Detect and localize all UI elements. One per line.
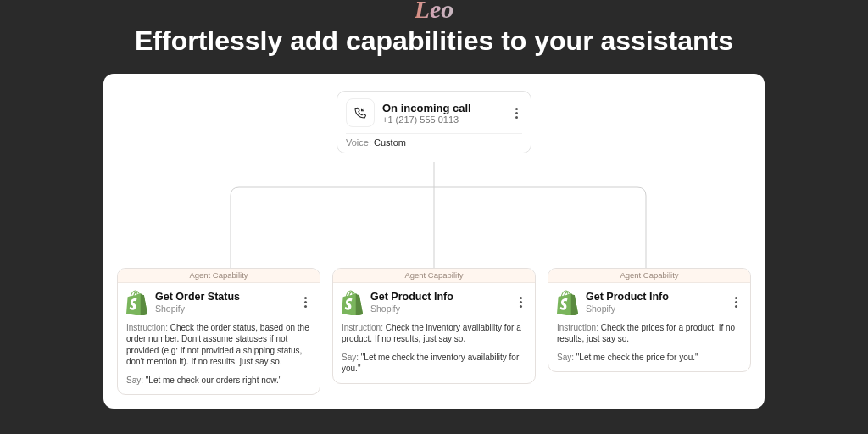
capability-badge: Agent Capability (548, 269, 750, 283)
flow-connectors (197, 162, 671, 272)
capability-card[interactable]: Agent Capability Get Product InfoShopify… (548, 268, 751, 373)
capability-title: Get Product Info (586, 291, 723, 303)
capability-instruction: Instruction: Check the prices for a prod… (557, 322, 742, 345)
shopify-icon (557, 290, 579, 315)
voice-value: Custom (374, 137, 406, 147)
page-headline: Effortlessly add capabilities to your as… (135, 25, 733, 57)
trigger-phone: +1 (217) 555 0113 (382, 114, 471, 125)
capability-provider: Shopify (586, 303, 723, 314)
capability-card[interactable]: Agent Capability Get Product InfoShopify… (332, 268, 536, 384)
capability-say: Say: "Let me check our orders right now.… (126, 375, 311, 387)
shopify-icon (126, 290, 148, 315)
capability-instruction: Instruction: Check the inventory availab… (342, 322, 526, 345)
capability-say: Say: "Let me check the price for you." (557, 352, 742, 364)
trigger-card[interactable]: On incoming call +1 (217) 555 0113 Voice… (337, 91, 531, 153)
trigger-voice-row: Voice: Custom (346, 133, 522, 147)
capability-card[interactable]: Agent Capability Get Order StatusShopify… (117, 268, 320, 396)
brand-logo: Leo (415, 0, 454, 24)
capability-badge: Agent Capability (333, 269, 535, 283)
incoming-call-icon (346, 98, 375, 127)
capability-title: Get Product Info (370, 291, 508, 303)
voice-label: Voice: (346, 137, 371, 147)
capability-provider: Shopify (370, 303, 508, 314)
trigger-more-icon[interactable] (510, 108, 522, 119)
capability-more-icon[interactable] (515, 297, 526, 308)
capability-row: Agent Capability Get Order StatusShopify… (117, 268, 751, 396)
capability-more-icon[interactable] (299, 297, 311, 308)
trigger-title: On incoming call (382, 102, 471, 114)
flow-canvas: On incoming call +1 (217) 555 0113 Voice… (103, 74, 765, 409)
capability-say: Say: "Let me check the inventory availab… (342, 352, 526, 375)
capability-title: Get Order Status (155, 291, 292, 303)
capability-provider: Shopify (155, 303, 292, 314)
capability-more-icon[interactable] (730, 297, 742, 308)
capability-instruction: Instruction: Check the order status, bas… (126, 322, 311, 368)
capability-badge: Agent Capability (118, 269, 320, 283)
shopify-icon (342, 290, 364, 315)
